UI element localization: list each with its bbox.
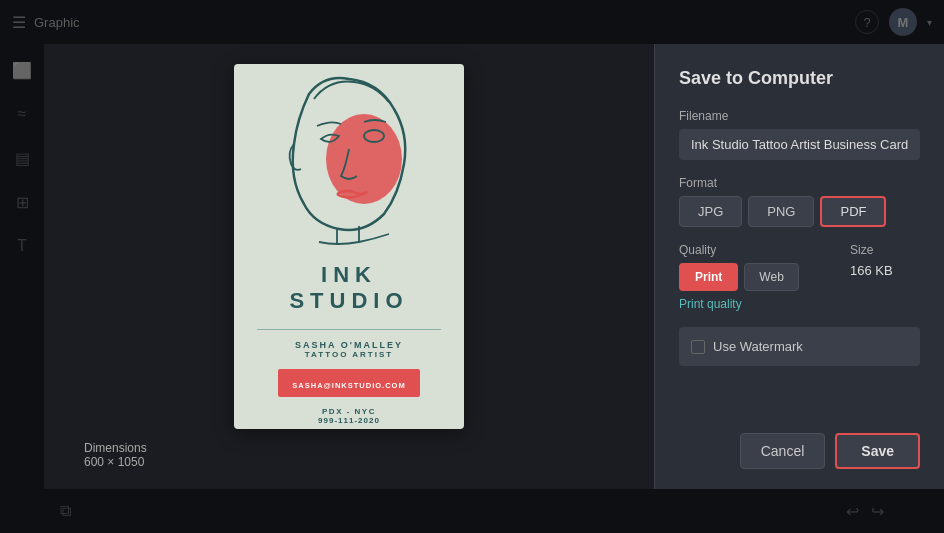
format-jpg-button[interactable]: JPG <box>679 196 742 227</box>
dialog-panel: Save to Computer Filename Format JPG PNG… <box>654 44 944 489</box>
dialog-footer: Cancel Save <box>679 433 920 469</box>
studio-title: STUDIO <box>289 288 408 314</box>
filename-input[interactable] <box>679 129 920 160</box>
card-email: SASHA@INKSTUDIO.COM <box>292 381 405 390</box>
dialog-title: Save to Computer <box>679 68 920 89</box>
filename-label: Filename <box>679 109 920 123</box>
ink-title: INK <box>321 262 377 288</box>
dimensions-value: 600 × 1050 <box>84 455 144 469</box>
card-location: PDX - NYC <box>322 407 376 416</box>
format-row: JPG PNG PDF <box>679 196 920 227</box>
format-png-button[interactable]: PNG <box>748 196 814 227</box>
quality-label: Quality <box>679 243 830 257</box>
print-quality-link[interactable]: Print quality <box>679 297 920 311</box>
quality-size-row: Quality Print Web Size 166 KB <box>679 243 920 291</box>
quality-section: Quality Print Web <box>679 243 830 291</box>
card-phone: 999-111-2020 <box>318 416 380 425</box>
card-illustration <box>234 64 464 254</box>
save-button[interactable]: Save <box>835 433 920 469</box>
card-role: TATTOO ARTIST <box>305 350 393 359</box>
size-value: 166 KB <box>850 263 920 278</box>
dimensions-text: Dimensions 600 × 1050 <box>64 441 147 469</box>
svg-point-0 <box>326 114 402 204</box>
dimensions-label: Dimensions <box>84 441 147 455</box>
card-name: SASHA O'MALLEY <box>295 340 403 350</box>
card-text-area: INK STUDIO SASHA O'MALLEY TATTOO ARTIST … <box>234 254 464 429</box>
format-pdf-button[interactable]: PDF <box>820 196 886 227</box>
dialog-preview: INK STUDIO SASHA O'MALLEY TATTOO ARTIST … <box>44 44 654 489</box>
card-preview: INK STUDIO SASHA O'MALLEY TATTOO ARTIST … <box>234 64 464 429</box>
format-label: Format <box>679 176 920 190</box>
quality-print-button[interactable]: Print <box>679 263 738 291</box>
size-label: Size <box>850 243 920 257</box>
watermark-checkbox[interactable] <box>691 340 705 354</box>
divider-line <box>257 329 441 330</box>
card-email-box: SASHA@INKSTUDIO.COM <box>278 369 419 397</box>
size-section: Size 166 KB <box>850 243 920 278</box>
quality-web-button[interactable]: Web <box>744 263 798 291</box>
modal-container: INK STUDIO SASHA O'MALLEY TATTOO ARTIST … <box>44 44 944 489</box>
watermark-row: Use Watermark <box>679 327 920 366</box>
quality-buttons: Print Web <box>679 263 830 291</box>
cancel-button[interactable]: Cancel <box>740 433 826 469</box>
watermark-label: Use Watermark <box>713 339 803 354</box>
